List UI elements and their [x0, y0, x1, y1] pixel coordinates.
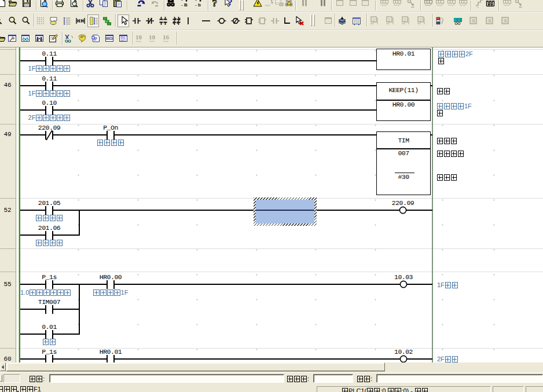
svg-text:run: run	[265, 3, 270, 7]
svg-text:X: X	[488, 18, 491, 24]
svg-text:10: 10	[149, 34, 156, 41]
svg-text:B: B	[184, 2, 188, 8]
svg-text:10: 10	[135, 34, 142, 41]
svg-text:002: 002	[120, 39, 126, 43]
svg-text:?: ?	[212, 0, 218, 8]
svg-text:16: 16	[163, 34, 170, 41]
svg-text:2: 2	[419, 17, 422, 23]
svg-text:2: 2	[403, 17, 406, 23]
svg-text:X: X	[472, 18, 475, 24]
svg-text:2: 2	[372, 17, 375, 23]
svg-text:2: 2	[388, 17, 391, 23]
svg-text:b: b	[198, 2, 201, 8]
svg-text:X: X	[504, 18, 507, 24]
